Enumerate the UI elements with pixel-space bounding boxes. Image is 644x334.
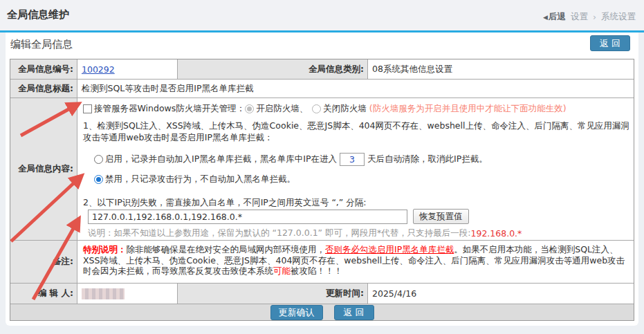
whitelist-line: 恢复预置值 [88,209,469,224]
id-label: 全局信息编号: [10,59,77,79]
editor-name-blurred [82,288,125,299]
whitelist-input[interactable] [88,210,407,224]
firewall-note: (防火墙服务为开启并且使用中才能让下面功能生效) [369,103,567,115]
breadcrumb-separator: › [593,12,596,22]
remark-label: 备注: [10,241,77,283]
enable-label-pre: 启用，记录并自动加入IP黑名单库拦截，黑名单库中IP在进入 [105,154,337,165]
enable-option-line: 启用，记录并自动加入IP黑名单库拦截，黑名单库中IP在进入 天后自动清除，取消此… [94,153,488,166]
title-label: 全局信息标题: [10,80,77,98]
disable-label: 禁用，只记录攻击行为，不自动加入黑名单拦截。 [105,174,295,185]
form-table: 全局信息编号: 100292 全局信息类别: 08系统其他信息设置 全局信息标题… [10,59,634,321]
whitelist-note: 说明：如果不知道以上参数用途，保留为默认的 “127.0.0.1” 即可，网段用… [88,228,522,239]
category-label: 全局信息类别: [177,59,367,79]
whitelist-note-red: 192.168.0.* [471,228,522,239]
item1-text: 1、检测到SQL注入、XSS跨域、上传木马、伪造Cookie、恶意JS脚本、40… [83,120,631,143]
back-label: 后退 [549,11,566,23]
restore-default-button[interactable]: 恢复预置值 [413,209,469,224]
row-id-category: 全局信息编号: 100292 全局信息类别: 08系统其他信息设置 [10,59,634,79]
breadcrumb-settings[interactable]: 设置 [571,11,588,23]
content-cell: 接管服务器Windows防火墙开关管理： 开启防火墙、 关闭防火墙 (防火墙服务… [77,98,634,240]
confirm-update-button[interactable]: 更新确认 [270,305,323,320]
enable-label-post: 天后自动清除，取消此IP拦截。 [367,154,488,165]
page-title: 全局信息维护 [7,8,69,21]
firewall-off-radio[interactable] [312,104,321,113]
editor-value-cell [77,284,177,304]
breadcrumb: ◀后退 设置 › 系统设置 [543,11,636,23]
item2-text: 2、以下IP识别失败，需直接加入白名单，不同IP之间用英文逗号 “,” 分隔: [83,197,367,209]
remark-text: 特别说明：除非能够确保是在绝对安全的局域网内部环境使用，否则务必勾选启用IP黑名… [77,241,634,283]
breadcrumb-system-settings[interactable]: 系统设置 [601,11,636,23]
id-value-cell: 100292 [77,59,177,79]
category-value: 08系统其他信息设置 [367,59,634,79]
update-time-value: 2025/4/16 [367,284,634,304]
firewall-on-label: 开启防火墙、 [256,103,308,115]
remark-seg2: 除非能够确保是在绝对安全的局域网内部环境使用， [127,244,326,254]
row-editor: 编 辑 人: 更新时间: 2025/4/16 [10,283,634,304]
disable-radio[interactable] [94,175,103,184]
top-bar: 全局信息维护 ◀后退 设置 › 系统设置 [0,0,644,30]
enable-radio[interactable] [94,155,103,164]
editor-label: 编 辑 人: [10,284,77,304]
remark-seg6: 被攻陷！！！ [291,266,342,276]
firewall-off-label: 关闭防火墙 [323,103,367,115]
remark-seg1: 特别说明： [83,244,127,254]
back-link[interactable]: ◀后退 [543,11,566,23]
row-content: 全局信息内容: 接管服务器Windows防火墙开关管理： 开启防火墙、 关闭防火… [10,98,634,240]
content-label: 全局信息内容: [10,98,77,240]
row-remark: 备注: 特别说明：除非能够确保是在绝对安全的局域网内部环境使用，否则务必勾选启用… [10,240,634,283]
days-input[interactable] [340,153,365,166]
disable-option-line: 禁用，只记录攻击行为，不自动加入黑名单拦截。 [94,174,295,185]
firewall-checkbox-label: 接管服务器Windows防火墙开关管理： [94,103,245,115]
section-title: 编辑全局信息 [10,38,73,51]
bottom-return-button[interactable]: 返 回 [334,305,374,320]
top-return-button[interactable]: 返 回 [590,35,630,51]
whitelist-note-gray: 说明：如果不知道以上参数用途，保留为默认的 “127.0.0.1” 即可，网段用… [88,228,471,239]
remark-seg3: 否则务必勾选启用IP黑名单库拦截 [325,244,454,254]
title-value: 检测到SQL等攻击时是否启用IP黑名单库拦截 [77,80,634,98]
update-time-label: 更新时间: [177,284,367,304]
firewall-on-radio[interactable] [245,104,254,113]
row-actions: 更新确认 返 回 [10,304,634,320]
id-link[interactable]: 100292 [82,64,115,75]
edit-panel: 编辑全局信息 返 回 全局信息编号: 100292 全局信息类别: 08系统其他… [6,33,638,326]
firewall-checkbox[interactable] [83,104,92,113]
firewall-line: 接管服务器Windows防火墙开关管理： 开启防火墙、 关闭防火墙 (防火墙服务… [83,103,567,115]
remark-seg5: 可能 [273,266,291,276]
row-title: 全局信息标题: 检测到SQL等攻击时是否启用IP黑名单库拦截 [10,79,634,98]
back-arrow-icon: ◀ [543,14,548,21]
